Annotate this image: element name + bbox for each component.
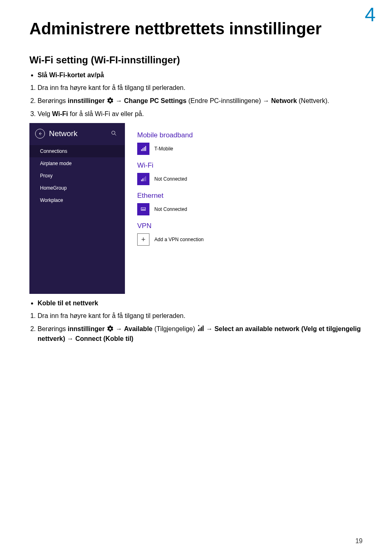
entry-ethernet[interactable]: Not Connected [137,203,283,215]
svg-rect-5 [145,146,146,151]
network-settings-screenshot: Network Connections Airplane mode Proxy … [29,123,283,294]
cat-ethernet: Ethernet Not Connected [137,192,283,215]
step-text: (Nettverk). [297,97,329,104]
cat-wifi: Wi-Fi Not Connected [137,161,283,185]
step-1-3: Velg Wi-Fi for å slå Wi-Fi av eller på. [38,109,363,119]
cat-title: Wi-Fi [137,161,283,170]
page-title: Administrere nettbrettets innstillinger [29,20,363,38]
svg-rect-6 [141,179,142,181]
step-text: (Endre PC-innstillingene) → [187,97,271,104]
svg-rect-7 [143,179,143,181]
signal-star-icon: * [197,325,204,332]
nav-airplane[interactable]: Airplane mode [29,157,125,170]
cat-title: Ethernet [137,192,283,200]
back-icon[interactable] [35,129,45,139]
svg-rect-4 [144,147,145,151]
search-icon[interactable] [111,130,117,138]
cat-title: Mobile broadband [137,131,283,139]
nav-homegroup[interactable]: HomeGroup [29,182,125,194]
screenshot-header: Network [29,129,125,143]
step-text: Connect (Koble til) [75,335,133,342]
entry-label: Not Connected [154,206,187,212]
step-1-1: Dra inn fra høyre kant for å få tilgang … [38,83,363,93]
screenshot-title-text: Network [49,129,78,138]
svg-rect-8 [144,177,145,181]
screenshot-nav: Connections Airplane mode Proxy HomeGrou… [29,145,125,206]
step-text: Change PC Settings [124,97,187,104]
step-text: Available [124,325,153,332]
step-text: Velg [38,110,52,117]
section-wifi-title: Wi-Fi setting (Wi-FI-innstillinger) [29,54,363,66]
cat-title: VPN [137,222,283,230]
step-text: → [114,97,124,104]
svg-rect-11 [142,209,143,210]
svg-point-0 [112,131,115,134]
screenshot-content: Mobile broadband T-Mobile Wi-Fi Not Conn… [125,123,283,294]
step-2-2: Berørings innstillinger → Available (Til… [38,324,363,344]
steps-list-1: Dra inn fra høyre kant for å få tilgang … [29,83,363,119]
entry-tmobile[interactable]: T-Mobile [137,143,283,155]
step-text: Wi-Fi [52,110,68,117]
svg-rect-17 [203,326,204,331]
steps-list-2: Dra inn fra høyre kant for å få tilgang … [29,311,363,344]
entry-label: Add a VPN connection [154,237,204,242]
svg-rect-15 [200,328,200,331]
gear-icon [107,325,114,332]
svg-text:*: * [198,325,200,328]
cat-mobile-broadband: Mobile broadband T-Mobile [137,131,283,155]
svg-line-1 [115,134,116,135]
step-text: (Tilgjengelige) [152,325,197,332]
nav-proxy[interactable]: Proxy [29,170,125,182]
entry-label: Not Connected [154,176,187,182]
screenshot-title: Network [35,129,78,139]
nav-workplace[interactable]: Workplace [29,194,125,206]
bullet-connect-network: Koble til et nettverk [38,300,363,307]
nav-connections[interactable]: Connections [29,145,125,157]
step-1-2: Berørings innstillinger → Change PC Sett… [38,96,363,106]
bullet-list-1: Slå Wi-Fi-kortet av/på [29,72,363,79]
plus-icon: + [137,233,149,246]
svg-rect-12 [143,209,143,210]
step-text: Network [271,97,297,104]
svg-rect-2 [141,149,142,151]
step-text: → [65,335,76,342]
svg-rect-3 [143,148,143,151]
step-text: → [114,325,124,332]
bullet-wifi-toggle: Slå Wi-Fi-kortet av/på [38,72,363,79]
gear-icon [107,97,114,104]
entry-wifi[interactable]: Not Connected [137,173,283,185]
entry-vpn-add[interactable]: + Add a VPN connection [137,233,283,246]
page: 4 Administrere nettbrettets innstillinge… [0,0,392,553]
svg-rect-13 [144,209,145,210]
wifi-icon [137,173,149,185]
step-2-1: Dra inn fra høyre kant for å få tilgang … [38,311,363,321]
cat-vpn: VPN + Add a VPN connection [137,222,283,246]
step-text: Berørings [38,97,68,104]
step-text: Berørings [38,325,68,332]
signal-icon [137,143,149,155]
svg-rect-16 [201,327,202,331]
bullet-list-2: Koble til et nettverk [29,300,363,307]
svg-rect-9 [145,176,146,181]
step-text: for å slå Wi-Fi av eller på. [68,110,144,117]
entry-label: T-Mobile [154,146,173,152]
step-text: innstillinger [68,325,105,332]
chapter-number: 4 [365,3,376,26]
step-text: → [204,325,214,332]
svg-rect-14 [198,329,199,331]
page-number: 19 [355,537,363,545]
ethernet-icon [137,203,149,215]
step-text: innstillinger [68,97,105,104]
screenshot-sidebar: Network Connections Airplane mode Proxy … [29,123,125,294]
